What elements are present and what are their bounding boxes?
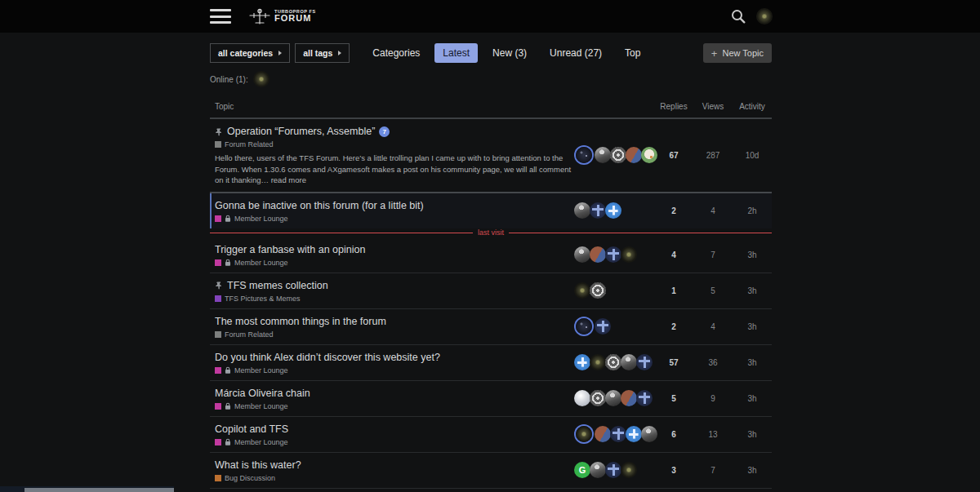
posters xyxy=(572,354,654,370)
poster-avatar[interactable] xyxy=(574,282,590,299)
poster-avatar[interactable] xyxy=(626,426,642,442)
topic-title-link[interactable]: Copilot and TFS xyxy=(215,423,288,437)
category-badge xyxy=(215,295,221,302)
topic-title-link[interactable]: Do you think Alex didn’t discover this w… xyxy=(215,351,440,365)
poster-avatar[interactable] xyxy=(621,462,637,478)
topic-title-link[interactable]: Trigger a fanbase with an opinion xyxy=(215,243,365,257)
poster-avatar[interactable] xyxy=(590,202,606,219)
forum-logo[interactable]: TURBOPROP FS FORUM xyxy=(249,7,316,26)
poster-avatar[interactable] xyxy=(621,246,637,263)
lock-icon xyxy=(225,438,231,446)
horizontal-scrollbar-thumb[interactable] xyxy=(24,488,174,492)
poster-avatar[interactable] xyxy=(574,246,590,263)
topic-category[interactable]: Forum Related xyxy=(215,330,572,339)
poster-avatar[interactable] xyxy=(595,147,611,163)
activity-time[interactable]: 10d xyxy=(733,151,772,160)
poster-avatar[interactable] xyxy=(605,354,621,370)
poster-avatar[interactable] xyxy=(576,318,592,335)
filter-label: all tags xyxy=(303,48,332,58)
activity-time[interactable]: 3h xyxy=(733,250,772,259)
category-badge xyxy=(215,439,221,445)
topic-row: What Browser Are You Using? 7 13 3h xyxy=(210,489,772,492)
poster-avatar[interactable] xyxy=(590,282,606,299)
last-visit-divider: last visit xyxy=(210,228,772,237)
poster-avatar[interactable] xyxy=(626,147,642,163)
nav-tab-latest[interactable]: Latest xyxy=(434,43,478,63)
poster-avatar[interactable] xyxy=(574,390,590,406)
topic-category[interactable]: Member Lounge xyxy=(215,259,572,267)
search-icon[interactable] xyxy=(730,8,746,24)
topic-category[interactable]: Member Lounge xyxy=(215,215,572,223)
poster-avatar[interactable] xyxy=(576,426,592,442)
topic-title-link[interactable]: TFS memes collection xyxy=(227,279,328,293)
topic-row: What is this water? Bug Discussion G 3 7… xyxy=(210,453,772,489)
filter-dropdowns: all categoriesall tags xyxy=(210,43,354,63)
nav-tab-categories[interactable]: Categories xyxy=(364,43,428,63)
poster-avatar[interactable] xyxy=(636,354,653,370)
logo-line-2: FORUM xyxy=(274,14,316,23)
lock-icon xyxy=(225,366,231,375)
nav-tab-top[interactable]: Top xyxy=(617,43,648,63)
topic-category[interactable]: Member Lounge xyxy=(215,402,572,410)
category-badge xyxy=(215,475,221,481)
views-count: 36 xyxy=(693,358,733,367)
pin-icon xyxy=(215,128,223,136)
poster-avatar[interactable] xyxy=(574,354,590,370)
poster-avatar[interactable] xyxy=(590,246,606,263)
poster-avatar[interactable]: G xyxy=(574,462,590,478)
poster-avatar[interactable] xyxy=(610,426,626,442)
poster-avatar[interactable] xyxy=(576,147,592,163)
poster-avatar[interactable] xyxy=(595,318,611,335)
topic-category[interactable]: Bug Discussion xyxy=(215,474,572,482)
caret-right-icon xyxy=(338,51,341,55)
unread-count-badge[interactable]: 7 xyxy=(379,126,390,137)
topic-category[interactable]: Member Lounge xyxy=(215,438,572,446)
replies-count: 5 xyxy=(654,394,693,403)
all-categories-dropdown[interactable]: all categories xyxy=(210,43,290,63)
activity-time[interactable]: 3h xyxy=(733,466,772,475)
replies-count: 2 xyxy=(654,322,693,331)
category-badge xyxy=(215,141,221,148)
poster-avatar[interactable] xyxy=(605,390,621,406)
poster-avatar[interactable] xyxy=(590,354,606,370)
nav-tab-unread-27[interactable]: Unread (27) xyxy=(541,43,610,63)
poster-avatar[interactable] xyxy=(590,462,606,478)
poster-avatar[interactable] xyxy=(605,246,621,263)
poster-avatar[interactable] xyxy=(595,426,611,442)
activity-time[interactable]: 3h xyxy=(733,394,772,403)
new-topic-button[interactable]: + New Topic xyxy=(703,43,772,63)
activity-time[interactable]: 3h xyxy=(733,430,772,439)
online-user-avatar[interactable] xyxy=(253,71,270,87)
topic-title-link[interactable]: Márcia Oliveira chain xyxy=(215,387,310,401)
poster-avatar[interactable] xyxy=(574,202,590,219)
poster-avatar[interactable] xyxy=(610,147,626,163)
all-tags-dropdown[interactable]: all tags xyxy=(295,43,350,63)
topic-row: Trigger a fanbase with an opinion Member… xyxy=(210,237,772,273)
filter-label: all categories xyxy=(218,48,273,58)
topic-category[interactable]: Forum Related xyxy=(215,140,572,148)
views-count: 7 xyxy=(693,466,733,475)
topic-title-link[interactable]: What is this water? xyxy=(215,459,301,472)
nav-tab-new-3[interactable]: New (3) xyxy=(484,43,535,63)
poster-avatar[interactable] xyxy=(636,390,653,406)
poster-avatar[interactable] xyxy=(621,354,637,370)
activity-time[interactable]: 2h xyxy=(733,206,772,215)
topic-row: Márcia Oliveira chain Member Lounge 5 9 … xyxy=(210,381,772,417)
topic-category[interactable]: Member Lounge xyxy=(215,366,572,375)
topic-title-link[interactable]: Gonna be inactive on this forum (for a l… xyxy=(215,199,424,213)
read-more-link[interactable]: read more xyxy=(271,175,306,184)
lock-icon xyxy=(225,215,231,223)
topic-title-link[interactable]: The most common things in the forum xyxy=(215,315,386,329)
poster-avatar[interactable] xyxy=(621,390,637,406)
user-avatar[interactable] xyxy=(756,8,773,24)
activity-time[interactable]: 3h xyxy=(733,358,772,367)
poster-avatar[interactable] xyxy=(590,390,606,406)
topic-title-link[interactable]: Operation “Forumers, Assemble” xyxy=(227,125,375,139)
topic-category[interactable]: TFS Pictures & Memes xyxy=(215,295,572,303)
activity-time[interactable]: 3h xyxy=(733,322,772,331)
category-badge xyxy=(215,215,221,222)
activity-time[interactable]: 3h xyxy=(733,286,772,295)
poster-avatar[interactable] xyxy=(605,462,621,478)
poster-avatar[interactable] xyxy=(605,202,621,219)
hamburger-menu-icon[interactable] xyxy=(210,9,231,24)
